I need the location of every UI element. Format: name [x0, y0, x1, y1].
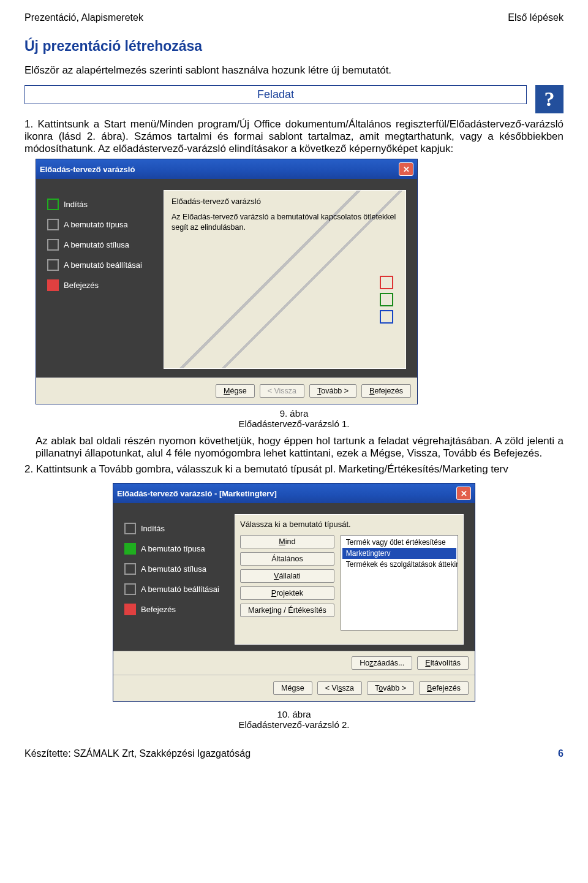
step-marker-icon: [124, 543, 136, 555]
wizard1-step-label: A bemutató stílusa: [64, 240, 129, 249]
step-marker-icon: [47, 239, 59, 251]
wizard2-category-buttons: Mind Általános Vállalati Projektek Marke…: [240, 535, 334, 631]
next-button[interactable]: Tovább >: [309, 384, 356, 398]
close-icon[interactable]: ✕: [456, 487, 471, 500]
wizard2-step-label: A bemutató stílusa: [141, 564, 206, 574]
page-header: Prezentáció, Alapismeretek Első lépések: [24, 12, 564, 23]
list-item[interactable]: Termékek és szolgáltatások áttekintése: [342, 559, 456, 570]
wizard2-window: Előadás-tervező varázsló - [Marketingter…: [113, 483, 475, 702]
feladat-box: Feladat: [24, 85, 527, 104]
header-left: Prezentáció, Alapismeretek: [24, 12, 143, 23]
wizard1-step-label: A bemutató beállításai: [64, 260, 142, 270]
step-marker-icon: [124, 523, 136, 534]
step-2-number: 2.: [24, 463, 33, 475]
finish-button[interactable]: Befejezés: [361, 384, 411, 398]
wizard2-prompt: Válassza ki a bemutató típusát.: [240, 520, 458, 529]
step-2-text: Kattintsunk a Tovább gombra, válasszuk k…: [36, 463, 508, 475]
category-all-button[interactable]: Mind: [240, 535, 334, 548]
wizard2-button-row: Mégse < Vissza Tovább > Befejezés: [113, 675, 475, 701]
wizard1-titlebar: Előadás-tervező varázsló ✕: [36, 159, 417, 179]
remove-button[interactable]: Eltávolítás: [417, 656, 469, 670]
back-button[interactable]: < Vissza: [260, 384, 304, 398]
wizard2-type-list[interactable]: Termék vagy ötlet értékesítése Marketing…: [341, 535, 458, 631]
wizard1-step-list: Indítás A bemutató típusa A bemutató stí…: [47, 190, 151, 369]
step-marker-icon: [124, 604, 136, 615]
cancel-button[interactable]: Mégse: [273, 681, 312, 695]
cancel-button[interactable]: Mégse: [216, 384, 255, 398]
wizard2-step-label: Indítás: [141, 524, 165, 533]
wizard2-titlebar: Előadás-tervező varázsló - [Marketingter…: [113, 483, 475, 503]
category-marketing-button[interactable]: Marketing / Értékesítés: [240, 604, 334, 617]
back-button[interactable]: < Vissza: [317, 681, 362, 695]
next-button[interactable]: Tovább >: [367, 681, 414, 695]
figure2-caption: 10. ábra Előadástervező-varázsló 2.: [24, 709, 564, 730]
help-icon: ?: [535, 85, 564, 113]
step-1-number: 1.: [24, 118, 33, 130]
category-projects-button[interactable]: Projektek: [240, 586, 334, 600]
category-general-button[interactable]: Általános: [240, 552, 334, 566]
wizard1-step-label: Indítás: [64, 200, 88, 209]
add-button[interactable]: Hozzáadás...: [352, 656, 412, 670]
step-1-text: Kattintsunk a Start menü/Minden program/…: [24, 118, 564, 154]
step-marker-icon: [124, 583, 136, 595]
wizard1-title: Előadás-tervező varázsló: [40, 165, 135, 174]
step-marker-icon: [124, 563, 136, 575]
category-corporate-button[interactable]: Vállalati: [240, 569, 334, 583]
figure1-caption: 9. ábra Előadástervező-varázsló 1.: [24, 408, 564, 429]
wizard1-preview: Előadás-tervező varázsló Az Előadás-terv…: [164, 190, 406, 369]
section-title: Új prezentáció létrehozása: [24, 38, 564, 55]
wizard2-content: Válassza ki a bemutató típusát. Mind Ált…: [235, 514, 464, 645]
step-1: 1. Kattintsunk a Start menü/Minden progr…: [24, 118, 564, 155]
step-marker-icon: [47, 279, 59, 291]
step-marker-icon: [47, 219, 59, 230]
wizard2-step-list: Indítás A bemutató típusa A bemutató stí…: [124, 514, 222, 645]
list-item[interactable]: Termék vagy ötlet értékesítése: [342, 537, 456, 548]
paragraph-after-fig1: Az ablak bal oldali részén nyomon követh…: [36, 435, 564, 460]
wizard2-step-label: A bemutató típusa: [141, 544, 205, 553]
finish-button[interactable]: Befejezés: [419, 681, 469, 695]
page-footer: Készítette: SZÁMALK Zrt, Szakképzési Iga…: [24, 748, 564, 759]
wizard2-step-label: Befejezés: [141, 605, 176, 614]
intro-text: Először az alapértelmezés szerinti sablo…: [24, 64, 564, 77]
list-item[interactable]: Marketingterv: [342, 548, 456, 559]
wizard1-step-label: Befejezés: [64, 281, 99, 290]
step-2: 2. Kattintsunk a Tovább gombra, válasszu…: [24, 463, 564, 476]
page-number: 6: [558, 748, 564, 759]
wizard2-step-label: A bemutató beállításai: [141, 585, 219, 594]
wizard1-window: Előadás-tervező varázsló ✕ Indítás A bem…: [36, 159, 418, 404]
wizard1-step-label: A bemutató típusa: [64, 220, 128, 229]
footer-left: Készítette: SZÁMALK Zrt, Szakképzési Iga…: [24, 748, 251, 759]
close-icon[interactable]: ✕: [399, 162, 413, 176]
wizard2-title: Előadás-tervező varázsló - [Marketingter…: [117, 489, 277, 498]
step-marker-icon: [47, 199, 59, 210]
wizard2-add-remove-row: Hozzáadás... Eltávolítás: [113, 651, 475, 675]
step-marker-icon: [47, 259, 59, 271]
color-swatches: [380, 272, 393, 327]
wizard1-preview-title: Előadás-tervező varázsló: [172, 197, 398, 206]
wizard1-preview-text: Az Előadás-tervező varázsló a bemutatóva…: [172, 212, 398, 233]
wizard1-button-row: Mégse < Vissza Tovább > Befejezés: [36, 377, 417, 404]
header-right: Első lépések: [508, 12, 564, 23]
